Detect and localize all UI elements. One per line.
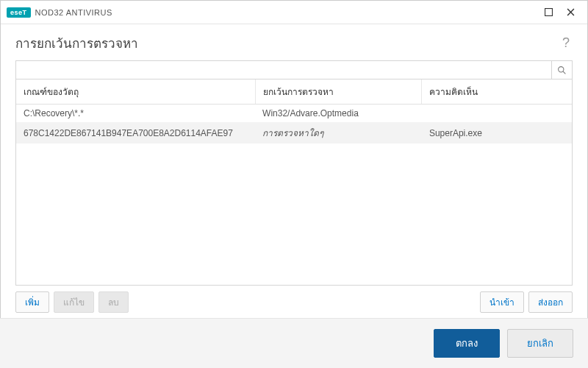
delete-button[interactable]: ลบ bbox=[98, 291, 129, 313]
ok-button[interactable]: ตกลง bbox=[434, 329, 500, 358]
search-input[interactable] bbox=[16, 61, 551, 79]
col-criteria[interactable]: เกณฑ์ของวัตถุ bbox=[16, 79, 255, 105]
add-button[interactable]: เพิ่ม bbox=[15, 291, 49, 313]
import-button[interactable]: นำเข้า bbox=[480, 291, 524, 313]
action-row: เพิ่ม แก้ไข ลบ นำเข้า ส่งออก bbox=[15, 286, 573, 313]
app-logo: eseT NOD32 ANTIVIRUS bbox=[7, 7, 112, 18]
table-row[interactable]: 678C1422DE867141B947EA700E8A2D6114AFAE97… bbox=[16, 122, 572, 144]
page-header: การยกเว้นการตรวจหา ? bbox=[1, 24, 587, 60]
cell-exclusion: การตรวจหาใดๆ bbox=[255, 122, 422, 144]
svg-rect-0 bbox=[545, 9, 552, 16]
exclusion-table: เกณฑ์ของวัตถุ ยกเว้นการตรวจหา ความคิดเห็… bbox=[16, 79, 572, 144]
brand-badge: eseT bbox=[7, 7, 31, 18]
product-name: NOD32 ANTIVIRUS bbox=[35, 8, 112, 17]
cell-criteria: C:\Recovery\*.* bbox=[16, 105, 255, 123]
cell-comment: SuperApi.exe bbox=[422, 122, 572, 144]
table-row[interactable]: C:\Recovery\*.*Win32/Advare.Optmedia bbox=[16, 105, 572, 123]
search-button[interactable] bbox=[551, 61, 572, 79]
svg-point-3 bbox=[559, 66, 564, 71]
col-comment[interactable]: ความคิดเห็น bbox=[422, 79, 572, 105]
cell-exclusion: Win32/Advare.Optmedia bbox=[255, 105, 422, 123]
svg-line-4 bbox=[563, 71, 565, 74]
maximize-button[interactable] bbox=[537, 4, 559, 21]
edit-button[interactable]: แก้ไข bbox=[54, 291, 94, 313]
close-button[interactable] bbox=[559, 4, 581, 21]
cell-comment bbox=[422, 105, 572, 123]
exclusion-table-container: เกณฑ์ของวัตถุ ยกเว้นการตรวจหา ความคิดเห็… bbox=[15, 79, 573, 286]
col-exclusion[interactable]: ยกเว้นการตรวจหา bbox=[255, 79, 422, 105]
maximize-icon bbox=[545, 8, 553, 16]
export-button[interactable]: ส่งออก bbox=[528, 291, 573, 313]
search-icon bbox=[557, 66, 567, 75]
cell-criteria: 678C1422DE867141B947EA700E8A2D6114AFAE97 bbox=[16, 122, 255, 144]
search-bar bbox=[15, 60, 573, 79]
page-title: การยกเว้นการตรวจหา bbox=[15, 33, 138, 53]
cancel-button[interactable]: ยกเลิก bbox=[507, 329, 573, 358]
help-button[interactable]: ? bbox=[559, 35, 573, 51]
dialog-footer: ตกลง ยกเลิก bbox=[0, 318, 588, 368]
titlebar: eseT NOD32 ANTIVIRUS bbox=[1, 1, 587, 24]
close-icon bbox=[567, 8, 575, 16]
